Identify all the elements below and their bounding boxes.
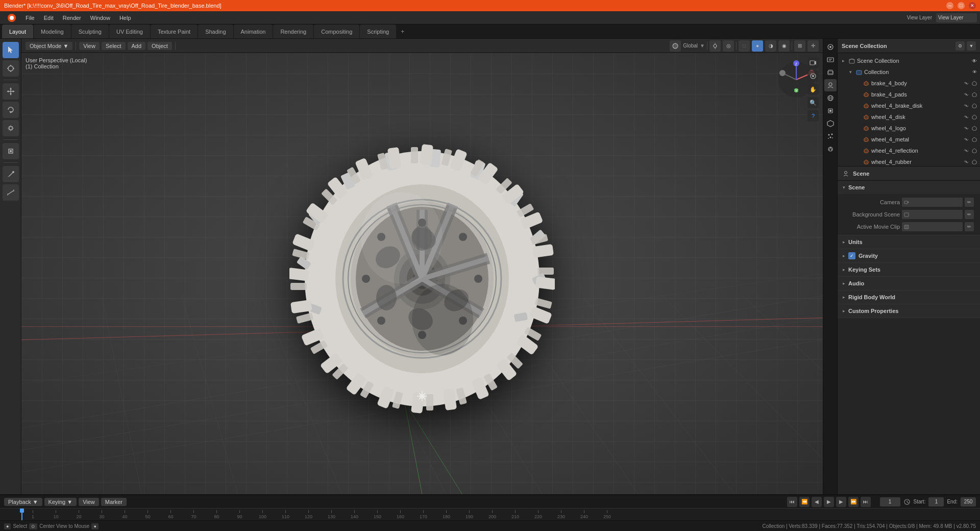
jump-end-button[interactable]: ⏭ xyxy=(861,497,871,507)
menu-file[interactable]: File xyxy=(21,14,39,22)
reflection-restrict-icon[interactable] xyxy=(971,147,978,154)
metal-restrict-icon[interactable] xyxy=(971,136,978,143)
tab-texture-paint[interactable]: Texture Paint xyxy=(151,25,198,38)
prev-frame-button[interactable]: ◀ xyxy=(812,497,822,507)
tab-rendering[interactable]: Rendering xyxy=(273,25,313,38)
visibility-icon[interactable]: 👁 xyxy=(971,57,978,64)
object-props-button[interactable] xyxy=(824,105,837,117)
measure-tool-button[interactable] xyxy=(3,184,19,201)
menu-window[interactable]: Window xyxy=(86,14,114,22)
custom-props-header[interactable]: ▸ Custom Properties xyxy=(838,304,980,318)
tab-shading[interactable]: Shading xyxy=(198,25,233,38)
maximize-button[interactable]: □ xyxy=(958,2,965,9)
outliner-item-wheel-4-brake-disk[interactable]: ▸ wheel_4_brake_disk xyxy=(838,100,980,111)
brake-pads-vis-icon[interactable] xyxy=(963,91,970,98)
units-section-header[interactable]: ▸ Units xyxy=(838,235,980,249)
select-tool-button[interactable] xyxy=(3,42,19,58)
tab-modeling[interactable]: Modeling xyxy=(34,25,71,38)
tab-uv-editing[interactable]: UV Editing xyxy=(109,25,150,38)
next-keyframe-button[interactable]: ⏩ xyxy=(848,497,859,507)
logo-restrict-icon[interactable] xyxy=(971,125,978,132)
tab-animation[interactable]: Animation xyxy=(234,25,273,38)
playback-menu[interactable]: Playback ▼ xyxy=(4,498,42,506)
gravity-section-header[interactable]: ▸ ✓ Gravity xyxy=(838,249,980,262)
shading-wire-button[interactable]: □ xyxy=(739,40,750,52)
transform-tool-button[interactable] xyxy=(3,143,19,159)
camera-view-button[interactable] xyxy=(807,57,819,68)
outliner-item-wheel-4-rubber[interactable]: ▸ wheel_4_rubber xyxy=(838,156,980,166)
outliner-item-wheel-4-logo[interactable]: ▸ wheel_4_logo xyxy=(838,123,980,134)
keying-sets-header[interactable]: ▸ Keying Sets xyxy=(838,263,980,276)
audio-section-header[interactable]: ▸ Audio xyxy=(838,277,980,290)
overlays-button[interactable]: ⊞ xyxy=(794,40,805,52)
tab-scripting[interactable]: Scripting xyxy=(360,25,396,38)
rotate-tool-button[interactable] xyxy=(3,102,19,118)
viewport-global-dropdown[interactable] xyxy=(670,40,681,52)
minimize-button[interactable]: ─ xyxy=(946,2,953,9)
expand-icon[interactable]: ▸ xyxy=(854,80,861,87)
movie-clip-btn[interactable]: ✏ xyxy=(965,222,974,231)
background-scene-value[interactable] xyxy=(902,210,963,219)
outliner-item-wheel-4-disk[interactable]: ▸ wheel_4_disk xyxy=(838,111,980,123)
select-menu[interactable]: Select xyxy=(102,42,126,50)
outliner-filter2-button[interactable]: ▼ xyxy=(967,41,976,51)
logo-vis-icon[interactable] xyxy=(963,125,970,132)
tab-compositing[interactable]: Compositing xyxy=(314,25,359,38)
outliner-item-wheel-4-reflection[interactable]: ▸ wheel_4_reflection xyxy=(838,145,980,156)
render-preview-button[interactable] xyxy=(807,70,819,82)
expand-icon[interactable]: ▸ xyxy=(840,57,847,64)
play-button[interactable]: ▶ xyxy=(824,497,834,507)
menu-help[interactable]: Help xyxy=(115,14,135,22)
menu-edit[interactable]: Edit xyxy=(40,14,58,22)
help-button[interactable]: ? xyxy=(807,110,819,122)
mesh-vis-icon[interactable] xyxy=(963,80,970,87)
next-frame-button[interactable]: ▶ xyxy=(836,497,846,507)
zoom-view-button[interactable]: 🔍 xyxy=(807,97,819,108)
output-props-button[interactable] xyxy=(824,54,837,66)
brake-pads-restrict-icon[interactable] xyxy=(971,91,978,98)
scale-tool-button[interactable] xyxy=(3,120,19,136)
shading-rendered-button[interactable]: ◉ xyxy=(778,40,790,52)
wheel-disk-vis-icon[interactable] xyxy=(963,113,970,120)
rubber-vis-icon[interactable] xyxy=(963,158,970,165)
active-movie-clip-value[interactable] xyxy=(902,222,963,231)
scene-section-header[interactable]: ▾ Scene xyxy=(838,181,980,194)
shading-solid-button[interactable]: ● xyxy=(752,40,763,52)
expand-icon[interactable]: ▾ xyxy=(847,68,854,76)
physics-props-button[interactable] xyxy=(824,143,837,155)
timeline-ruler[interactable]: 1 10 20 30 40 50 60 70 80 90 100 110 120… xyxy=(0,508,980,520)
current-frame[interactable]: 1 xyxy=(880,497,900,506)
add-menu[interactable]: Add xyxy=(128,42,146,50)
gizmos-button[interactable]: ✛ xyxy=(807,40,819,52)
brake-disk-restrict-icon[interactable] xyxy=(971,102,978,109)
outliner-item-wheel-4-metal[interactable]: ▸ wheel_4_metal xyxy=(838,134,980,145)
render-props-button[interactable] xyxy=(824,41,837,53)
object-menu[interactable]: Object xyxy=(148,42,172,50)
view-menu[interactable]: View xyxy=(79,42,100,50)
outliner-item-brake-4-body[interactable]: ▸ brake_4_body xyxy=(838,78,980,89)
camera-value[interactable] xyxy=(902,198,963,207)
rubber-restrict-icon[interactable] xyxy=(971,158,978,165)
gravity-checkbox[interactable]: ✓ xyxy=(848,252,855,259)
scene-props-button[interactable] xyxy=(824,79,837,91)
view-layer-props-button[interactable] xyxy=(824,66,837,79)
tab-layout[interactable]: Layout xyxy=(2,25,33,38)
marker-menu[interactable]: Marker xyxy=(101,498,127,506)
object-mode-dropdown[interactable]: Object Mode ▼ xyxy=(26,42,72,50)
jump-start-button[interactable]: ⏮ xyxy=(787,497,797,507)
wheel-disk-restrict-icon[interactable] xyxy=(971,113,978,120)
brake-disk-vis-icon[interactable] xyxy=(963,102,970,109)
prev-keyframe-button[interactable]: ⏪ xyxy=(799,497,810,507)
viewport[interactable]: Object Mode ▼ View Select Add Object Glo… xyxy=(21,39,823,494)
tab-sculpting[interactable]: Sculpting xyxy=(71,25,109,38)
move-tool-button[interactable] xyxy=(3,83,19,100)
cursor-tool-button[interactable] xyxy=(3,60,19,77)
reflection-vis-icon[interactable] xyxy=(963,147,970,154)
metal-vis-icon[interactable] xyxy=(963,136,970,143)
collection-vis-icon[interactable]: 👁 xyxy=(971,68,978,76)
outliner-item-scene-collection[interactable]: ▸ Scene Collection 👁 xyxy=(838,55,980,66)
particles-props-button[interactable] xyxy=(824,130,837,142)
keying-menu[interactable]: Keying ▼ xyxy=(44,498,77,506)
close-button[interactable]: ✕ xyxy=(969,2,976,9)
rigid-body-world-header[interactable]: ▸ Rigid Body World xyxy=(838,291,980,304)
